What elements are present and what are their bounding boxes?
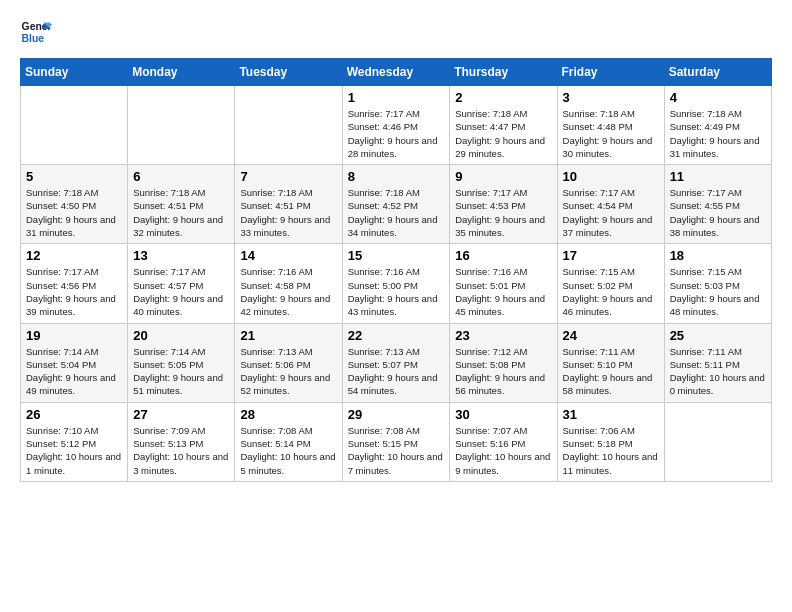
day-number: 27 [133,407,229,422]
calendar-cell: 24Sunrise: 7:11 AMSunset: 5:10 PMDayligh… [557,323,664,402]
weekday-header-saturday: Saturday [664,59,771,86]
day-number: 23 [455,328,551,343]
week-row-2: 5Sunrise: 7:18 AMSunset: 4:50 PMDaylight… [21,165,772,244]
day-number: 6 [133,169,229,184]
weekday-header-tuesday: Tuesday [235,59,342,86]
calendar: SundayMondayTuesdayWednesdayThursdayFrid… [20,58,772,482]
day-info: Sunrise: 7:17 AMSunset: 4:57 PMDaylight:… [133,265,229,318]
day-info: Sunrise: 7:17 AMSunset: 4:53 PMDaylight:… [455,186,551,239]
day-info: Sunrise: 7:16 AMSunset: 4:58 PMDaylight:… [240,265,336,318]
calendar-cell: 21Sunrise: 7:13 AMSunset: 5:06 PMDayligh… [235,323,342,402]
calendar-cell: 15Sunrise: 7:16 AMSunset: 5:00 PMDayligh… [342,244,450,323]
week-row-4: 19Sunrise: 7:14 AMSunset: 5:04 PMDayligh… [21,323,772,402]
day-info: Sunrise: 7:18 AMSunset: 4:48 PMDaylight:… [563,107,659,160]
calendar-cell: 4Sunrise: 7:18 AMSunset: 4:49 PMDaylight… [664,86,771,165]
day-number: 28 [240,407,336,422]
day-info: Sunrise: 7:18 AMSunset: 4:51 PMDaylight:… [240,186,336,239]
day-number: 5 [26,169,122,184]
weekday-header-wednesday: Wednesday [342,59,450,86]
calendar-cell: 30Sunrise: 7:07 AMSunset: 5:16 PMDayligh… [450,402,557,481]
calendar-cell: 28Sunrise: 7:08 AMSunset: 5:14 PMDayligh… [235,402,342,481]
day-info: Sunrise: 7:17 AMSunset: 4:46 PMDaylight:… [348,107,445,160]
day-info: Sunrise: 7:16 AMSunset: 5:01 PMDaylight:… [455,265,551,318]
weekday-header-row: SundayMondayTuesdayWednesdayThursdayFrid… [21,59,772,86]
calendar-cell: 3Sunrise: 7:18 AMSunset: 4:48 PMDaylight… [557,86,664,165]
day-number: 19 [26,328,122,343]
day-info: Sunrise: 7:16 AMSunset: 5:00 PMDaylight:… [348,265,445,318]
day-info: Sunrise: 7:08 AMSunset: 5:14 PMDaylight:… [240,424,336,477]
day-info: Sunrise: 7:18 AMSunset: 4:49 PMDaylight:… [670,107,766,160]
calendar-cell: 12Sunrise: 7:17 AMSunset: 4:56 PMDayligh… [21,244,128,323]
day-info: Sunrise: 7:11 AMSunset: 5:10 PMDaylight:… [563,345,659,398]
day-number: 29 [348,407,445,422]
day-number: 16 [455,248,551,263]
day-info: Sunrise: 7:13 AMSunset: 5:06 PMDaylight:… [240,345,336,398]
day-number: 9 [455,169,551,184]
weekday-header-friday: Friday [557,59,664,86]
day-info: Sunrise: 7:15 AMSunset: 5:02 PMDaylight:… [563,265,659,318]
day-info: Sunrise: 7:06 AMSunset: 5:18 PMDaylight:… [563,424,659,477]
day-info: Sunrise: 7:08 AMSunset: 5:15 PMDaylight:… [348,424,445,477]
day-number: 25 [670,328,766,343]
day-number: 11 [670,169,766,184]
day-info: Sunrise: 7:17 AMSunset: 4:55 PMDaylight:… [670,186,766,239]
calendar-cell: 26Sunrise: 7:10 AMSunset: 5:12 PMDayligh… [21,402,128,481]
week-row-1: 1Sunrise: 7:17 AMSunset: 4:46 PMDaylight… [21,86,772,165]
day-number: 8 [348,169,445,184]
calendar-cell: 10Sunrise: 7:17 AMSunset: 4:54 PMDayligh… [557,165,664,244]
day-number: 13 [133,248,229,263]
day-info: Sunrise: 7:15 AMSunset: 5:03 PMDaylight:… [670,265,766,318]
day-info: Sunrise: 7:10 AMSunset: 5:12 PMDaylight:… [26,424,122,477]
calendar-cell: 2Sunrise: 7:18 AMSunset: 4:47 PMDaylight… [450,86,557,165]
calendar-cell: 18Sunrise: 7:15 AMSunset: 5:03 PMDayligh… [664,244,771,323]
day-number: 22 [348,328,445,343]
day-number: 24 [563,328,659,343]
calendar-cell: 22Sunrise: 7:13 AMSunset: 5:07 PMDayligh… [342,323,450,402]
day-number: 31 [563,407,659,422]
calendar-cell: 25Sunrise: 7:11 AMSunset: 5:11 PMDayligh… [664,323,771,402]
calendar-cell [128,86,235,165]
logo-icon: General Blue [20,16,52,48]
week-row-5: 26Sunrise: 7:10 AMSunset: 5:12 PMDayligh… [21,402,772,481]
logo: General Blue [20,16,52,48]
day-number: 18 [670,248,766,263]
calendar-cell: 31Sunrise: 7:06 AMSunset: 5:18 PMDayligh… [557,402,664,481]
weekday-header-sunday: Sunday [21,59,128,86]
day-info: Sunrise: 7:18 AMSunset: 4:47 PMDaylight:… [455,107,551,160]
calendar-cell [664,402,771,481]
calendar-cell: 5Sunrise: 7:18 AMSunset: 4:50 PMDaylight… [21,165,128,244]
day-info: Sunrise: 7:18 AMSunset: 4:51 PMDaylight:… [133,186,229,239]
day-number: 26 [26,407,122,422]
day-number: 10 [563,169,659,184]
calendar-cell: 23Sunrise: 7:12 AMSunset: 5:08 PMDayligh… [450,323,557,402]
day-info: Sunrise: 7:11 AMSunset: 5:11 PMDaylight:… [670,345,766,398]
day-info: Sunrise: 7:17 AMSunset: 4:56 PMDaylight:… [26,265,122,318]
day-info: Sunrise: 7:14 AMSunset: 5:04 PMDaylight:… [26,345,122,398]
weekday-header-monday: Monday [128,59,235,86]
calendar-cell: 6Sunrise: 7:18 AMSunset: 4:51 PMDaylight… [128,165,235,244]
calendar-cell: 16Sunrise: 7:16 AMSunset: 5:01 PMDayligh… [450,244,557,323]
day-info: Sunrise: 7:18 AMSunset: 4:52 PMDaylight:… [348,186,445,239]
day-number: 15 [348,248,445,263]
day-number: 17 [563,248,659,263]
day-number: 2 [455,90,551,105]
week-row-3: 12Sunrise: 7:17 AMSunset: 4:56 PMDayligh… [21,244,772,323]
day-info: Sunrise: 7:17 AMSunset: 4:54 PMDaylight:… [563,186,659,239]
calendar-cell: 9Sunrise: 7:17 AMSunset: 4:53 PMDaylight… [450,165,557,244]
calendar-cell: 27Sunrise: 7:09 AMSunset: 5:13 PMDayligh… [128,402,235,481]
calendar-cell: 13Sunrise: 7:17 AMSunset: 4:57 PMDayligh… [128,244,235,323]
calendar-cell: 20Sunrise: 7:14 AMSunset: 5:05 PMDayligh… [128,323,235,402]
day-number: 30 [455,407,551,422]
calendar-cell: 7Sunrise: 7:18 AMSunset: 4:51 PMDaylight… [235,165,342,244]
calendar-cell: 1Sunrise: 7:17 AMSunset: 4:46 PMDaylight… [342,86,450,165]
day-number: 14 [240,248,336,263]
calendar-cell: 8Sunrise: 7:18 AMSunset: 4:52 PMDaylight… [342,165,450,244]
header: General Blue [20,16,772,48]
day-number: 12 [26,248,122,263]
day-number: 1 [348,90,445,105]
day-info: Sunrise: 7:18 AMSunset: 4:50 PMDaylight:… [26,186,122,239]
svg-text:Blue: Blue [22,33,45,44]
day-info: Sunrise: 7:07 AMSunset: 5:16 PMDaylight:… [455,424,551,477]
day-number: 21 [240,328,336,343]
day-number: 7 [240,169,336,184]
